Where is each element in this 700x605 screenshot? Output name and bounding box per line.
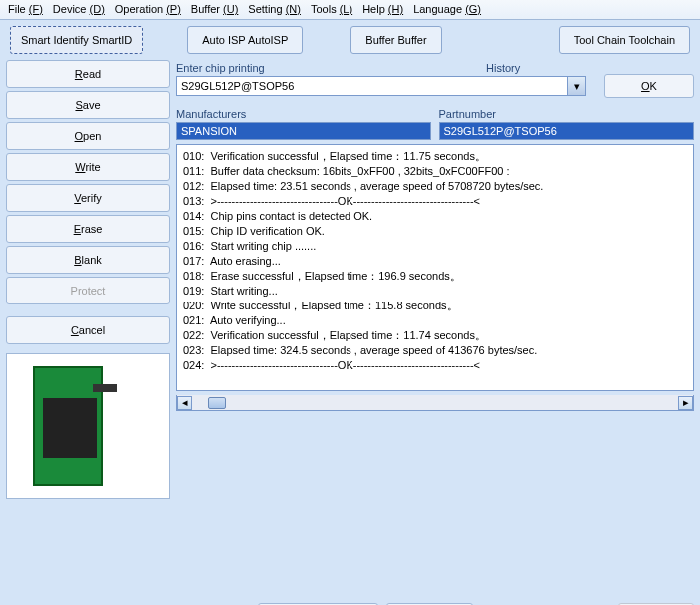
menu-help[interactable]: Help (H) [358,2,407,17]
cancel-button[interactable]: Cancel [6,316,170,344]
manufacturers-header: Manufacturers [176,106,431,122]
log-line: 011: Buffer data checksum: 16bits_0xFF00… [183,164,687,179]
erase-button[interactable]: Erase [6,215,170,243]
menu-language[interactable]: Language (G) [409,2,485,17]
menu-tools[interactable]: Tools (L) [307,2,356,17]
partnumber-item[interactable]: S29GL512P@TSOP56 [440,123,694,139]
log-line: 013: >---------------------------------O… [183,194,687,209]
enter-chip-label: Enter chip printing [176,62,486,74]
menu-buffer[interactable]: Buffer (U) [187,2,243,17]
log-line: 019: Start writing... [183,284,687,299]
verify-button[interactable]: Verify [6,184,170,212]
menu-device[interactable]: Device (D) [49,2,109,17]
auto-isp-button[interactable]: Auto ISP AutoISP [187,26,303,54]
log-line: 010: Verification successful，Elapsed tim… [183,149,687,164]
read-button[interactable]: Read [6,60,170,88]
log-line: 021: Auto verifying... [183,313,687,328]
partnumber-list[interactable]: S29GL512P@TSOP56 [439,122,695,140]
write-button[interactable]: Write [6,153,170,181]
partnumber-header: Partnumber [439,106,695,122]
log-line: 017: Auto erasing... [183,254,687,269]
log-hscrollbar[interactable]: ◂ ▸ [176,395,694,411]
history-label: History [486,62,586,74]
scroll-thumb[interactable] [208,397,226,409]
buffer-button[interactable]: Buffer Buffer [350,26,441,54]
chip-input[interactable] [176,76,568,96]
protect-button: Protect [6,277,170,304]
log-line: 015: Chip ID verification OK. [183,224,687,239]
save-button[interactable]: Save [6,91,170,119]
open-button[interactable]: Open [6,122,170,150]
log-line: 024: >---------------------------------O… [183,358,687,373]
log-line: 018: Erase successful，Elapsed time：196.9… [183,269,687,284]
log-line: 022: Verification successful，Elapsed tim… [183,328,687,343]
menu-file[interactable]: File (F) [4,2,47,17]
log-line: 020: Write successful，Elapsed time：115.8… [183,299,687,313]
ok-button[interactable]: OK [604,74,694,98]
chip-preview-image [6,353,170,499]
log-line: 023: Elapsed time: 324.5 seconds , avera… [183,343,687,358]
manufacturer-item[interactable]: SPANSION [177,123,430,139]
sidebar: Read Save Open Write Verify Erase Blank … [6,60,170,597]
log-line: 012: Elapsed time: 23.51 seconds , avera… [183,179,687,194]
smart-identify-button[interactable]: Smart Identify SmartID [10,26,143,54]
log-line: 014: Chip pins contact is detected OK. [183,209,687,224]
scroll-right-icon[interactable]: ▸ [678,396,693,410]
menu-setting[interactable]: Setting (N) [244,2,305,17]
log-output[interactable]: 010: Verification successful，Elapsed tim… [176,144,694,391]
menu-bar: File (F) Device (D) Operation (P) Buffer… [0,0,700,20]
menu-operation[interactable]: Operation (P) [111,2,185,17]
top-button-row: Smart Identify SmartID Auto ISP AutoISP … [0,20,700,54]
scroll-left-icon[interactable]: ◂ [177,396,192,410]
toolchain-button[interactable]: Tool Chain Toolchain [559,26,690,54]
log-line: 016: Start writing chip ....... [183,239,687,254]
chip-combo[interactable]: ▾ [176,76,586,96]
manufacturers-list[interactable]: SPANSION [176,122,431,140]
chip-dropdown-arrow[interactable]: ▾ [568,76,586,96]
blank-button[interactable]: Blank [6,246,170,274]
